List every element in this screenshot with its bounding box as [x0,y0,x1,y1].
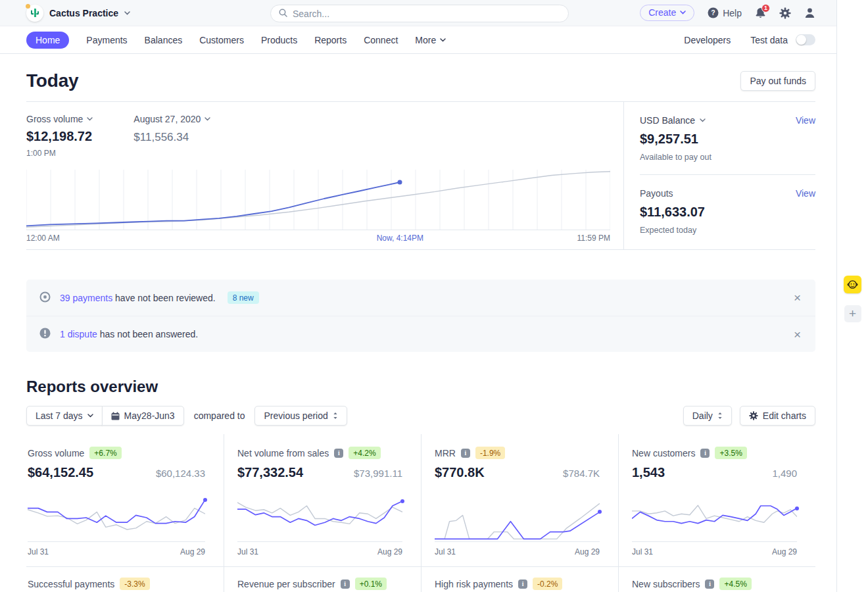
metric-name: Net volume from sales [237,448,329,458]
view-balance-link[interactable]: View [796,115,815,126]
help-button[interactable]: ? Help [708,7,742,18]
comparison-stat: August 27, 2020 $11,556.34 [133,114,210,158]
gear-icon [749,411,758,420]
account-switcher[interactable]: Cactus Practice [26,5,130,22]
create-button[interactable]: Create [640,5,694,21]
x-tick-start: 12:00 AM [26,234,60,243]
chevron-down-icon [124,11,130,15]
chevron-down-icon [700,118,706,122]
chevron-down-icon [87,117,93,121]
chart-current-point [398,180,402,185]
reports-controls: Last 7 days May28-Jun3 compared to Previ… [26,406,815,426]
spark-x-end: Aug 29 [180,547,205,556]
delta-badge: -1.9% [475,447,505,459]
chevron-down-icon [680,11,686,14]
sparkline-chart [435,494,600,542]
payouts-sub: Expected today [640,226,815,235]
sparkline-chart [237,494,402,542]
calendar-icon [111,412,120,420]
metric-name: MRR [435,448,456,458]
nav-tab-connect[interactable]: Connect [364,35,398,45]
page-title-today: Today [26,70,78,91]
nav-tab-payments[interactable]: Payments [86,35,127,45]
metric-card-gross-volume: Gross volume+6.7%$64,152.45$60,124.33Jul… [26,434,224,567]
today-section: Gross volume $12,198.72 1:00 PM August 2… [26,101,815,250]
view-payouts-link[interactable]: View [796,188,815,199]
alert-icon [39,328,51,341]
add-extension-button[interactable]: + [844,305,861,322]
delta-badge: +4.5% [719,578,751,590]
metric-value: 1,543 [632,465,665,480]
metric-name: New customers [632,448,695,458]
notifications-button[interactable]: 1 [755,7,766,19]
comparison-date-selector[interactable]: August 27, 2020 [133,114,210,124]
info-icon[interactable]: i [700,449,710,458]
nav-developers[interactable]: Developers [684,35,731,45]
usd-balance-sub: Available to pay out [640,153,815,162]
metric-card-new-subscribers: New subscribersi+4.5%12,282 [618,567,815,592]
chevron-down-icon [440,38,446,42]
edit-charts-button[interactable]: Edit charts [740,406,815,426]
main-area: Cactus Practice Create ? Help 1 [0,0,836,592]
notices-panel: 39 payments have not been reviewed.8 new… [26,280,815,352]
gear-icon [779,7,791,19]
metric-name: Revenue per subscriber [237,579,335,589]
delta-badge: -0.2% [533,578,562,590]
gross-volume-selector[interactable]: Gross volume [26,114,93,124]
close-icon[interactable]: × [794,328,801,341]
nav-tab-more[interactable]: More [415,35,446,45]
nav-tab-customers[interactable]: Customers [199,35,244,45]
metric-card-successful-payments: Successful payments-3.3%5,296 [26,567,224,592]
notice-link[interactable]: 39 payments [60,293,112,303]
search-input[interactable] [293,9,560,19]
nav-tab-products[interactable]: Products [261,35,297,45]
extensions-rail: + [836,0,868,592]
search-box[interactable] [270,5,569,22]
info-icon[interactable]: i [341,580,350,589]
info-icon[interactable]: i [461,449,470,458]
mailchimp-extension-icon[interactable] [844,276,861,293]
sparkline-end-dot [400,499,404,503]
info-icon[interactable]: i [705,580,714,589]
usd-balance-selector[interactable]: USD Balance [640,115,706,126]
pay-out-funds-button[interactable]: Pay out funds [740,71,815,91]
metric-card-high-risk-payments: High risk paymentsi-0.2%254 [421,567,618,592]
spark-x-start: Jul 31 [632,547,653,556]
notice-row-1: 39 payments have not been reviewed.8 new… [26,280,815,316]
metric-compare-value: 1,490 [772,468,797,479]
settings-button[interactable] [779,7,791,19]
person-icon [804,7,815,18]
metric-value: $770.8K [435,465,485,480]
metric-card-new-customers: New customersi+3.5%1,5431,490Jul 31Aug 2… [618,434,815,567]
test-data-toggle[interactable] [796,34,815,45]
toggle-knob [796,35,806,45]
nav-tab-home[interactable]: Home [26,32,69,49]
notice-text: 39 payments have not been reviewed. [60,293,216,303]
delta-badge: -3.3% [120,578,149,590]
gross-volume-value: $12,198.72 [26,129,93,144]
date-range-button[interactable]: Last 7 days [26,406,103,426]
delta-badge: +3.5% [715,447,746,459]
notification-count-badge: 1 [761,4,770,12]
compared-to-label: compared to [194,410,245,421]
profile-button[interactable] [804,7,815,18]
notice-link[interactable]: 1 dispute [60,329,97,339]
sparkline-chart [28,494,205,542]
metric-name: Successful payments [28,579,114,589]
test-data-label: Test data [750,35,788,45]
close-icon[interactable]: × [794,291,801,304]
info-icon[interactable]: i [334,449,343,458]
nav-tab-reports[interactable]: Reports [314,35,347,45]
custom-dates-button[interactable]: May28-Jun3 [102,406,184,426]
metric-value: $77,332.54 [237,465,303,480]
payouts-label: Payouts [640,188,673,199]
nav-tab-balances[interactable]: Balances [145,35,183,45]
sparkline-chart [632,494,797,542]
metric-cards-grid: Gross volume+6.7%$64,152.45$60,124.33Jul… [26,434,815,592]
comparison-period-select[interactable]: Previous period [254,406,347,426]
top-bar: Cactus Practice Create ? Help 1 [0,0,836,26]
interval-select[interactable]: Daily [683,406,732,426]
select-updown-icon [717,412,723,420]
metric-compare-value: $73,991.11 [354,468,402,479]
info-icon[interactable]: i [518,580,527,589]
